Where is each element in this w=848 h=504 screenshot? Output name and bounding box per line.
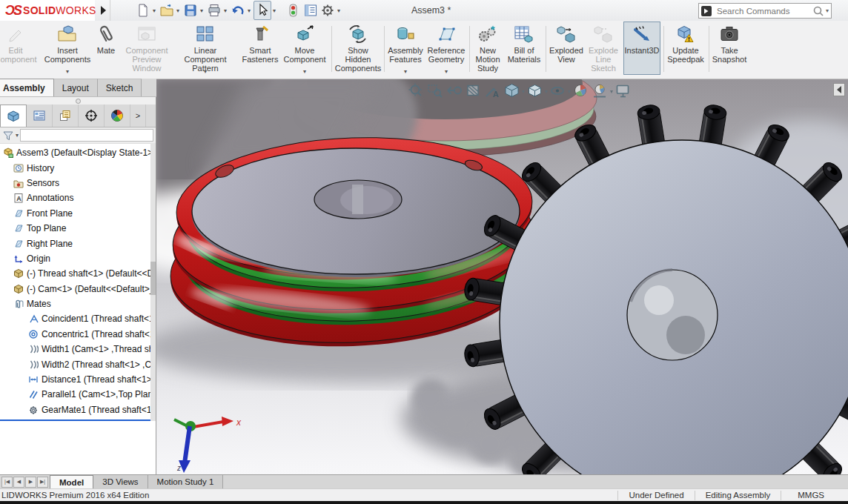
- dropdown-arrow[interactable]: ▾: [445, 68, 448, 75]
- tree-item-sensors[interactable]: Sensors: [0, 176, 156, 190]
- tab-propertymanager[interactable]: [27, 105, 53, 127]
- assembly-features-button[interactable]: Assembly Features ▾: [386, 22, 425, 76]
- tab-model[interactable]: Model: [50, 475, 93, 488]
- smart-fasteners-button[interactable]: Smart Fasteners: [240, 22, 280, 76]
- tree-item-parallel1[interactable]: Parallel1 (Cam<1>,Top Plane): [0, 387, 156, 402]
- dropdown-arrow[interactable]: ▾: [522, 88, 525, 95]
- next-tab-button[interactable]: ▶: [25, 477, 36, 488]
- previous-view-button[interactable]: [445, 82, 463, 100]
- save-button[interactable]: [182, 1, 199, 19]
- dropdown-arrow[interactable]: ▾: [610, 88, 613, 95]
- rebuild-indicator[interactable]: [285, 1, 302, 19]
- tree-item-annotations[interactable]: AAnnotations: [0, 190, 156, 205]
- update-speedpak-button[interactable]: Update Speedpak: [665, 22, 706, 76]
- tab-featuremanager-tree[interactable]: [0, 105, 27, 127]
- thread-shaft-component[interactable]: [168, 132, 536, 353]
- dropdown-arrow[interactable]: ▾: [337, 7, 340, 14]
- component-preview-window-button[interactable]: Component Preview Window: [120, 22, 173, 76]
- last-tab-button[interactable]: ▶|: [37, 477, 48, 488]
- tree-item-distance1[interactable]: Distance1 (Thread shaft<1>,Ca: [0, 372, 156, 387]
- first-tab-button[interactable]: |◀: [1, 477, 13, 488]
- search-input[interactable]: [715, 6, 812, 16]
- tree-item-origin[interactable]: Origin: [0, 251, 156, 266]
- tab-dimxpertmanager[interactable]: [79, 105, 105, 127]
- apply-scene-button[interactable]: ▾: [592, 82, 613, 100]
- edit-component-button[interactable]: Edit Component: [0, 22, 42, 76]
- tab-3d-views[interactable]: 3D Views: [93, 475, 148, 488]
- tree-filter-input[interactable]: [20, 129, 153, 142]
- tree-item-assembly-root[interactable]: Assem3 (Default<Display State-1>): [0, 145, 156, 160]
- tab-sketch[interactable]: Sketch: [98, 79, 142, 96]
- take-snapshot-button[interactable]: Take Snapshot: [711, 22, 748, 76]
- edit-appearance-button[interactable]: [572, 82, 590, 100]
- print-button[interactable]: [206, 1, 222, 19]
- tab-layout[interactable]: Layout: [54, 79, 98, 96]
- undo-button[interactable]: [230, 1, 246, 19]
- panel-tabs-overflow[interactable]: >: [130, 105, 146, 127]
- tree-item-front-plane[interactable]: Front Plane: [0, 206, 156, 221]
- instant3d-button[interactable]: Instant3D: [623, 21, 660, 75]
- display-pane-button[interactable]: [302, 1, 319, 19]
- dropdown-arrow[interactable]: ▾: [273, 7, 276, 14]
- filter-dropdown-arrow[interactable]: ▾: [16, 132, 19, 139]
- search-commands-box[interactable]: ▾: [698, 3, 832, 19]
- dropdown-arrow[interactable]: ▾: [204, 68, 207, 75]
- tree-item-width1[interactable]: Width1 (Cam<1> ,Thread shaft: [0, 342, 156, 357]
- tree-item-gearmate1[interactable]: GearMate1 (Thread shaft<1>,C: [0, 402, 156, 417]
- collapse-panel-button[interactable]: [833, 83, 845, 96]
- dropdown-arrow[interactable]: ▾: [568, 88, 571, 95]
- view-settings-button[interactable]: [615, 82, 632, 100]
- tree-item-right-plane[interactable]: Right Plane: [0, 236, 156, 251]
- open-button[interactable]: [159, 1, 175, 19]
- graphics-viewport[interactable]: x z A ▾ ▾ ▾ ▾: [156, 79, 848, 474]
- section-view-button[interactable]: [465, 82, 483, 100]
- prev-tab-button[interactable]: ◀: [13, 477, 24, 488]
- tree-item-concentric1[interactable]: Concentric1 (Thread shaft<1>,(: [0, 327, 156, 342]
- viewport-3d-scene[interactable]: x z: [156, 79, 848, 474]
- search-dropdown-arrow[interactable]: ▾: [826, 7, 829, 14]
- rollback-bar[interactable]: [0, 420, 151, 421]
- tab-displaymanager[interactable]: [105, 105, 130, 127]
- hide-show-annotations-button[interactable]: A: [484, 82, 502, 100]
- zoom-to-fit-button[interactable]: [407, 82, 425, 100]
- select-button[interactable]: [254, 1, 271, 20]
- dropdown-arrow[interactable]: ▾: [200, 7, 203, 14]
- dropdown-arrow[interactable]: ▾: [545, 88, 548, 95]
- tree-item-width2[interactable]: Width2 (Thread shaft<1> ,Cam: [0, 357, 156, 371]
- zoom-to-area-button[interactable]: [426, 82, 444, 100]
- linear-component-pattern-button[interactable]: Linear Component Pattern ▾: [173, 22, 238, 76]
- tree-item-thread-shaft[interactable]: (-) Thread shaft<1> (Default<<Defa: [0, 266, 156, 281]
- panel-splitter[interactable]: [0, 97, 156, 105]
- tree-item-cam[interactable]: (-) Cam<1> (Default<<Default>_Di: [0, 282, 156, 296]
- view-orientation-button[interactable]: ▾: [503, 82, 525, 100]
- dropdown-arrow[interactable]: ▾: [176, 7, 179, 14]
- units-label[interactable]: MMGS: [781, 491, 841, 500]
- dropdown-arrow[interactable]: ▾: [404, 68, 407, 75]
- new-button[interactable]: [135, 1, 151, 19]
- filter-funnel-icon[interactable]: [2, 130, 14, 142]
- explode-line-sketch-button[interactable]: Explode Line Sketch: [586, 22, 621, 76]
- dropdown-arrow[interactable]: ▾: [66, 68, 69, 75]
- exploded-view-button[interactable]: Exploded View: [548, 22, 585, 76]
- tree-item-history[interactable]: History: [0, 160, 156, 175]
- mate-button[interactable]: Mate: [92, 22, 120, 76]
- tab-assembly[interactable]: Assembly: [0, 79, 54, 96]
- dropdown-arrow[interactable]: ▾: [153, 7, 156, 14]
- dropdown-arrow[interactable]: ▾: [224, 7, 227, 14]
- move-component-button[interactable]: Move Component ▾: [281, 22, 328, 76]
- display-style-button[interactable]: ▾: [526, 82, 548, 100]
- dropdown-arrow[interactable]: ▾: [248, 7, 251, 14]
- tree-scrollbar[interactable]: [150, 143, 156, 421]
- new-motion-study-button[interactable]: New Motion Study: [471, 22, 504, 76]
- scrollbar-thumb[interactable]: [150, 262, 156, 295]
- insert-components-button[interactable]: Insert Components ▾: [43, 22, 92, 76]
- bill-of-materials-button[interactable]: Bill of Materials: [505, 22, 543, 76]
- hide-show-items-button[interactable]: ▾: [549, 82, 571, 100]
- logo-flyout-button[interactable]: [96, 0, 110, 21]
- show-hidden-components-button[interactable]: Show Hidden Components: [334, 22, 382, 76]
- tree-item-coincident1[interactable]: Coincident1 (Thread shaft<1>,I: [0, 311, 156, 326]
- reference-geometry-button[interactable]: Reference Geometry ▾: [425, 22, 467, 76]
- options-button[interactable]: [319, 1, 336, 19]
- tree-item-top-plane[interactable]: Top Plane: [0, 221, 156, 236]
- tab-configurationmanager[interactable]: [53, 105, 79, 127]
